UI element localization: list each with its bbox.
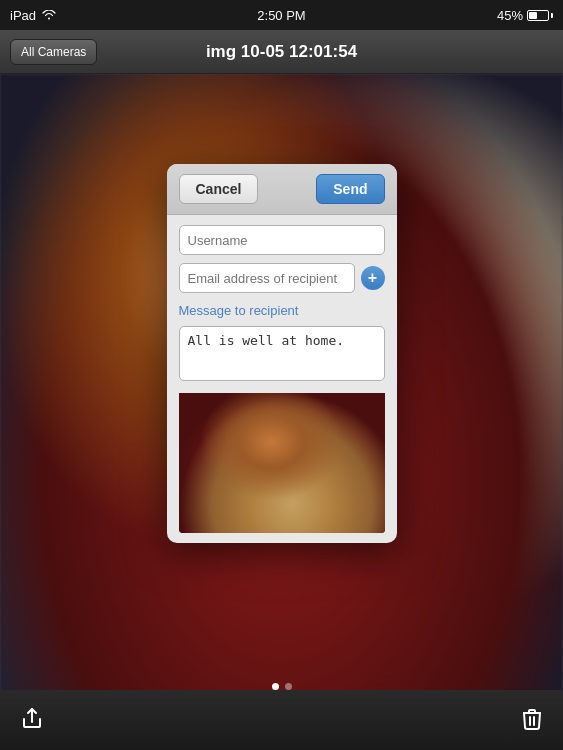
send-button[interactable]: Send [316, 174, 384, 204]
modal-thumbnail [179, 393, 385, 533]
email-row: + [179, 263, 385, 293]
modal-header: Cancel Send [167, 164, 397, 215]
trash-icon [521, 707, 543, 731]
delete-button[interactable] [521, 707, 543, 734]
bottom-toolbar [0, 690, 563, 750]
wifi-icon [42, 10, 56, 20]
nav-bar: All Cameras img 10-05 12:01:54 [0, 30, 563, 74]
modal-overlay: Cancel Send + Message to recipient [0, 74, 563, 690]
message-textarea[interactable] [179, 326, 385, 381]
modal-thumbnail-image [179, 393, 385, 533]
battery-percent: 45% [497, 8, 523, 23]
nav-title: img 10-05 12:01:54 [206, 42, 357, 62]
share-icon [20, 707, 44, 731]
status-right: 45% [497, 8, 553, 23]
cancel-button[interactable]: Cancel [179, 174, 259, 204]
device-label: iPad [10, 8, 36, 23]
share-button[interactable] [20, 707, 44, 734]
username-input[interactable] [179, 225, 385, 255]
share-modal: Cancel Send + Message to recipient [167, 164, 397, 543]
status-left: iPad [10, 8, 56, 23]
add-email-button[interactable]: + [361, 266, 385, 290]
battery-indicator [527, 10, 553, 21]
status-bar: iPad 2:50 PM 45% [0, 0, 563, 30]
message-label: Message to recipient [179, 303, 385, 318]
status-time: 2:50 PM [257, 8, 305, 23]
modal-body: + Message to recipient [167, 215, 397, 543]
all-cameras-button[interactable]: All Cameras [10, 39, 97, 65]
email-input[interactable] [179, 263, 355, 293]
